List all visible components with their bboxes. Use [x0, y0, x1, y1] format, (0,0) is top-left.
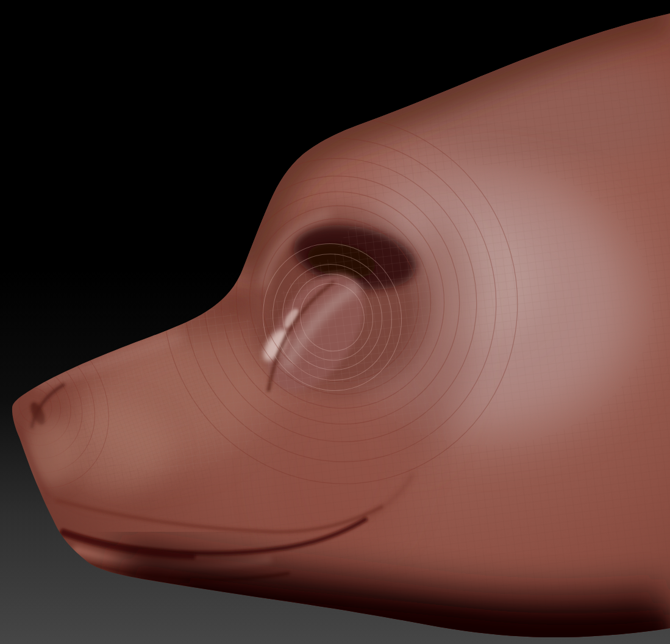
sculpt-canvas[interactable]: [0, 0, 670, 644]
